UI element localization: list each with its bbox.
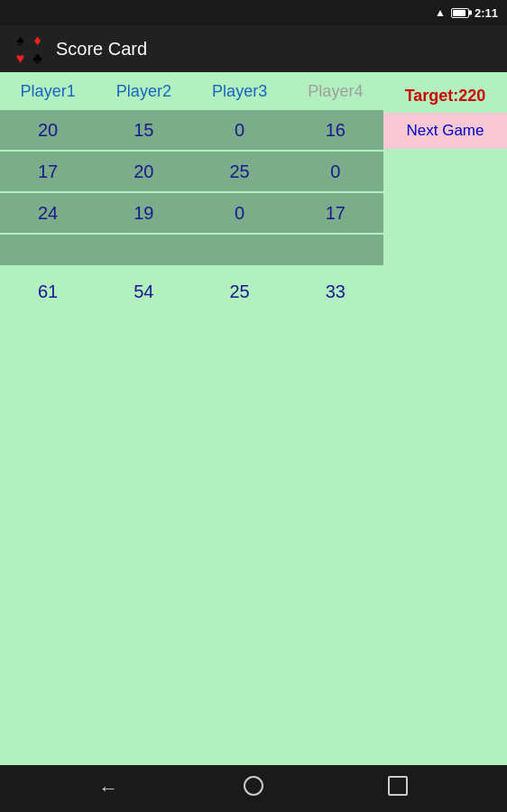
nav-bar: ← [0,765,507,812]
back-arrow-icon: ← [98,777,118,799]
totals-row: 61 54 25 33 [0,271,383,312]
app-icon: ♠ ♦ ♥ ♣ [13,32,45,65]
target-label: Target:220 [401,79,490,113]
score-row-3: 24 19 0 17 [0,193,383,235]
score-table: Player1 Player2 Player3 Player4 20 15 0 … [0,72,383,312]
score-r1c4: 16 [288,120,383,141]
score-r2c1: 17 [0,161,96,182]
total-p2: 54 [96,281,191,302]
player1-header: Player1 [0,82,96,101]
score-r2c3: 25 [192,161,288,182]
next-game-button[interactable]: Next Game [383,113,507,149]
score-area: Player1 Player2 Player3 Player4 20 15 0 … [0,72,507,312]
score-r1c3: 0 [192,120,288,141]
score-r1c1: 20 [0,120,96,141]
header-row: Player1 Player2 Player3 Player4 [0,72,383,110]
total-p3: 25 [192,281,288,302]
app-title: Score Card [56,39,147,60]
score-row-empty [0,235,383,267]
recent-apps-icon [391,779,407,795]
club-icon: ♣ [30,51,45,67]
diamond-icon: ♦ [30,32,45,49]
total-p4: 33 [288,281,383,302]
wifi-icon: ▲ [435,6,446,19]
status-bar: ▲ 2:11 [0,0,507,25]
title-bar: ♠ ♦ ♥ ♣ Score Card [0,25,507,72]
back-button[interactable]: ← [86,777,131,800]
score-r3c2: 19 [96,203,191,224]
score-r3c4: 17 [288,203,383,224]
recent-apps-button[interactable] [376,777,421,800]
home-button[interactable] [231,776,276,801]
battery-icon [451,8,469,18]
spade-icon: ♠ [13,32,28,49]
player4-header: Player4 [288,82,383,101]
score-r2c2: 20 [96,161,191,182]
heart-icon: ♥ [13,51,28,67]
home-icon [244,776,263,796]
total-p1: 61 [0,281,96,302]
player3-header: Player3 [192,82,288,101]
score-r1c2: 15 [96,120,191,141]
score-row-1: 20 15 0 16 [0,110,383,152]
right-panel: Target:220 Next Game [383,72,507,312]
status-icons: ▲ 2:11 [435,6,498,20]
status-time: 2:11 [475,6,498,20]
player2-header: Player2 [96,82,191,101]
score-row-2: 17 20 25 0 [0,152,383,193]
score-r3c1: 24 [0,203,96,224]
score-r2c4: 0 [288,161,383,182]
main-content: Player1 Player2 Player3 Player4 20 15 0 … [0,72,507,765]
score-r3c3: 0 [192,203,288,224]
